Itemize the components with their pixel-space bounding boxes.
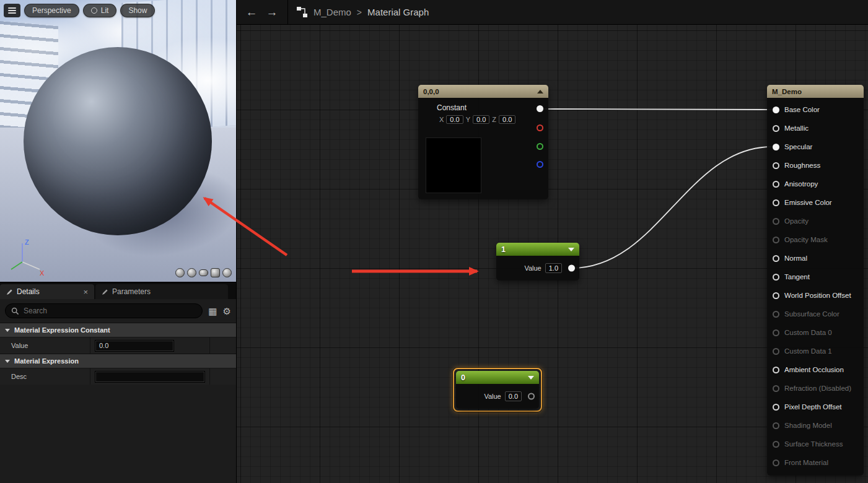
perspective-button[interactable]: Perspective bbox=[24, 4, 79, 17]
tab-details[interactable]: Details × bbox=[0, 284, 94, 299]
node-title: 0 bbox=[461, 373, 465, 382]
output-pin-g[interactable] bbox=[537, 143, 543, 150]
pin-icon[interactable] bbox=[773, 218, 779, 225]
pin-icon[interactable] bbox=[773, 367, 779, 373]
material-input-world-position-offset[interactable]: World Position Offset bbox=[767, 286, 864, 305]
node-constant-1[interactable]: 1 Value 1.0 bbox=[496, 243, 579, 281]
preview-mesh-plane-icon[interactable] bbox=[199, 269, 208, 276]
z-value-field[interactable]: 0.0 bbox=[499, 115, 515, 124]
node-header[interactable]: 0,0,0 bbox=[418, 85, 548, 98]
node-header[interactable]: 0 bbox=[456, 371, 539, 384]
search-input[interactable] bbox=[24, 307, 196, 315]
pin-icon[interactable] bbox=[773, 348, 779, 355]
pin-icon[interactable] bbox=[773, 311, 779, 318]
pin-icon[interactable] bbox=[773, 162, 779, 169]
property-spacer bbox=[210, 337, 236, 354]
preview-mesh-teapot-icon[interactable] bbox=[222, 268, 232, 277]
pin-icon[interactable] bbox=[773, 144, 779, 150]
close-icon[interactable]: × bbox=[83, 288, 88, 296]
output-pin[interactable] bbox=[568, 265, 575, 272]
node-material-result[interactable]: M_Demo Base Color Metallic Specular Roug… bbox=[767, 85, 864, 476]
material-input-emissive-color[interactable]: Emissive Color bbox=[767, 193, 864, 212]
pin-icon[interactable] bbox=[773, 329, 779, 336]
pin-icon[interactable] bbox=[773, 274, 779, 281]
pin-icon[interactable] bbox=[773, 237, 779, 243]
color-preview-swatch bbox=[426, 137, 481, 193]
pin-label: Normal bbox=[784, 255, 807, 262]
pin-icon[interactable] bbox=[773, 404, 779, 411]
pin-label: World Position Offset bbox=[784, 292, 851, 299]
x-value-field[interactable]: 0.0 bbox=[446, 115, 463, 124]
details-search-row: ▦ ⚙ bbox=[0, 299, 236, 323]
material-input-custom-data-1: Custom Data 1 bbox=[767, 342, 864, 360]
settings-gear-icon[interactable]: ⚙ bbox=[223, 307, 231, 316]
pin-icon[interactable] bbox=[773, 292, 779, 299]
y-value-field[interactable]: 0.0 bbox=[473, 115, 489, 124]
material-input-base-color[interactable]: Base Color bbox=[767, 100, 864, 119]
material-input-normal[interactable]: Normal bbox=[767, 249, 864, 268]
pin-icon[interactable] bbox=[773, 385, 779, 392]
output-pin-r[interactable] bbox=[537, 124, 543, 131]
pin-label: Surface Thickness bbox=[784, 440, 843, 448]
pin-icon[interactable] bbox=[773, 459, 779, 466]
value-field[interactable] bbox=[95, 340, 174, 352]
material-input-metallic[interactable]: Metallic bbox=[767, 119, 864, 137]
back-button[interactable]: ← bbox=[244, 6, 259, 19]
preview-mesh-cube-icon[interactable] bbox=[211, 268, 220, 277]
output-pin-b[interactable] bbox=[537, 161, 543, 168]
node-header[interactable]: 1 bbox=[496, 243, 579, 256]
gizmo-x-label: X bbox=[40, 269, 45, 277]
pin-label: Opacity bbox=[784, 217, 809, 225]
pin-icon[interactable] bbox=[773, 125, 779, 132]
preview-viewport[interactable]: Perspective Lit Show Z X bbox=[0, 0, 236, 282]
viewport-menu-button[interactable] bbox=[4, 4, 20, 17]
preview-mesh-sphere-icon[interactable] bbox=[187, 268, 196, 277]
value-field[interactable]: 1.0 bbox=[545, 263, 562, 273]
graph-canvas[interactable]: 0,0,0 Constant X 0.0 Y 0.0 Z 0.0 bbox=[237, 25, 868, 483]
material-input-tangent[interactable]: Tangent bbox=[767, 268, 864, 286]
material-input-pixel-depth-offset[interactable]: Pixel Depth Offset bbox=[767, 398, 864, 416]
node-constant-0[interactable]: 0 Value 0.0 bbox=[456, 371, 539, 409]
property-spacer bbox=[210, 368, 236, 385]
material-input-ambient-occlusion[interactable]: Ambient Occlusion bbox=[767, 360, 864, 379]
collapse-chevron-icon[interactable] bbox=[537, 90, 543, 94]
forward-button[interactable]: → bbox=[265, 6, 279, 19]
output-pin[interactable] bbox=[528, 393, 535, 400]
lit-button[interactable]: Lit bbox=[83, 4, 117, 17]
pin-icon[interactable] bbox=[773, 441, 779, 448]
chevron-down-icon bbox=[5, 360, 10, 363]
search-box[interactable] bbox=[5, 303, 203, 318]
tab-parameters[interactable]: Parameters bbox=[95, 284, 228, 299]
value-field[interactable]: 0.0 bbox=[505, 391, 522, 401]
grid-view-icon[interactable]: ▦ bbox=[208, 307, 217, 316]
show-button[interactable]: Show bbox=[120, 4, 155, 17]
dropdown-chevron-icon[interactable] bbox=[568, 248, 574, 251]
material-input-roughness[interactable]: Roughness bbox=[767, 156, 864, 175]
menu-icon bbox=[8, 10, 16, 11]
property-row-value: Value bbox=[0, 337, 236, 354]
pin-label: Emissive Color bbox=[784, 199, 832, 206]
node-header[interactable]: M_Demo bbox=[767, 85, 864, 98]
dropdown-chevron-icon[interactable] bbox=[528, 376, 534, 380]
pin-label: Custom Data 1 bbox=[784, 347, 832, 355]
orientation-gizmo: Z X bbox=[7, 237, 47, 277]
pin-icon[interactable] bbox=[773, 199, 779, 206]
pin-label: Opacity Mask bbox=[784, 236, 828, 243]
pin-label: Anisotropy bbox=[784, 180, 818, 188]
material-editor-window: Perspective Lit Show Z X bbox=[0, 0, 868, 483]
pin-icon[interactable] bbox=[773, 107, 779, 113]
material-input-anisotropy[interactable]: Anisotropy bbox=[767, 175, 864, 193]
material-input-specular[interactable]: Specular bbox=[767, 137, 864, 156]
output-pin-rgb[interactable] bbox=[537, 105, 543, 112]
node-constant-vector[interactable]: 0,0,0 Constant X 0.0 Y 0.0 Z 0.0 bbox=[418, 85, 548, 199]
pin-icon[interactable] bbox=[773, 181, 779, 188]
desc-field[interactable] bbox=[95, 371, 205, 383]
section-header[interactable]: Material Expression bbox=[0, 354, 236, 368]
preview-mesh-cylinder-icon[interactable] bbox=[175, 268, 185, 277]
pin-icon[interactable] bbox=[773, 422, 779, 429]
pin-label: Custom Data 0 bbox=[784, 329, 832, 336]
section-header[interactable]: Material Expression Constant bbox=[0, 323, 236, 337]
pin-label: Base Color bbox=[784, 106, 820, 113]
pin-icon[interactable] bbox=[773, 255, 779, 262]
breadcrumb-root[interactable]: M_Demo bbox=[313, 7, 351, 17]
